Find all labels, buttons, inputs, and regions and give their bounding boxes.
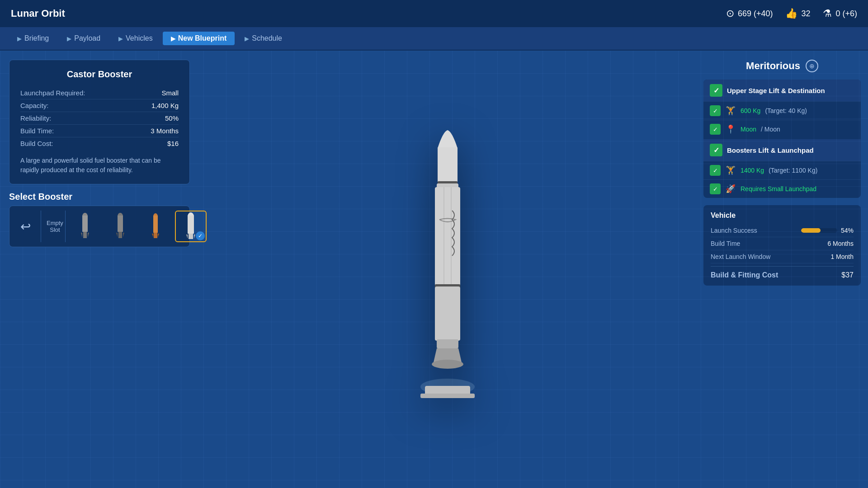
nav-arrow-new-blueprint: ▶ <box>171 35 175 42</box>
req-boosters-header: ✓ Boosters Lift & Launchpad <box>703 139 861 161</box>
svg-point-28 <box>432 360 463 369</box>
booster-option-4[interactable]: ✓ <box>175 211 207 242</box>
nav-arrow-vehicles: ▶ <box>118 35 123 42</box>
svg-marker-19 <box>194 235 195 239</box>
svg-marker-9 <box>123 233 124 237</box>
booster-selector: ↩ EmptySlot <box>9 206 190 247</box>
header: Lunar Orbit ⊙ 669 (+40) 👍 32 ⚗ 0 (+6) <box>0 0 868 27</box>
rocket-container <box>402 129 493 409</box>
credits-icon: ⊙ <box>726 8 734 19</box>
stat-reliability-value: 50% <box>165 114 179 122</box>
nav-item-briefing[interactable]: ▶ Briefing <box>9 32 57 45</box>
stat-capacity-value: 1,400 Kg <box>151 102 179 109</box>
req-launchpad-check: ✓ <box>710 183 721 194</box>
req-booster-lift-check: ✓ <box>710 165 721 176</box>
select-booster-title: Select Booster <box>9 192 190 202</box>
svg-rect-16 <box>188 216 194 234</box>
req-lift-check: ✓ <box>710 105 721 116</box>
svg-rect-6 <box>118 216 123 232</box>
credits-value: 669 (+40) <box>738 9 773 19</box>
req-lift-kg: ✓ 🏋 600 Kg (Target: 40 Kg) <box>703 101 861 120</box>
launch-window-label: Next Launch Window <box>711 253 770 260</box>
req-launchpad-icon: 🚀 <box>725 184 736 194</box>
nav-item-vehicles[interactable]: ▶ Vehicles <box>110 32 161 45</box>
req-launchpad: ✓ 🚀 Requires Small Launchpad <box>703 179 861 198</box>
svg-marker-3 <box>81 233 82 237</box>
nav-label-new-blueprint: New Blueprint <box>178 34 227 42</box>
selected-check-badge: ✓ <box>196 231 205 240</box>
research-icon: ⚗ <box>823 8 832 19</box>
booster-rocket-icon-3 <box>150 213 161 240</box>
svg-marker-14 <box>158 234 159 237</box>
stat-build-cost-value: $16 <box>167 140 179 147</box>
booster-rocket-icon-2 <box>115 213 126 240</box>
left-panel: Castor Booster Launchpad Required: Small… <box>0 51 199 488</box>
req-lift-sub: (Target: 40 Kg) <box>765 107 807 114</box>
stat-build-time: Build Time: 3 Months <box>20 125 179 137</box>
research-resource: ⚗ 0 (+6) <box>823 8 857 19</box>
right-panel: Meritorious ⊕ ✓ Upper Stage Lift & Desti… <box>696 51 868 488</box>
req-booster-lift-icon: 🏋 <box>725 165 736 175</box>
rocket-svg <box>402 129 493 409</box>
page-title: Lunar Orbit <box>11 8 65 19</box>
svg-rect-26 <box>435 286 460 341</box>
empty-slot-option[interactable]: EmptySlot <box>45 211 66 242</box>
select-booster-section: Select Booster ↩ EmptySlot <box>9 192 190 247</box>
svg-rect-1 <box>82 216 88 232</box>
build-fitting-cost-value: $37 <box>841 271 854 279</box>
booster-rocket-icon-1 <box>80 213 90 240</box>
empty-slot-label: EmptySlot <box>47 220 63 233</box>
booster-option-3[interactable] <box>140 211 171 242</box>
launch-success-fill <box>801 228 821 233</box>
booster-info-title: Castor Booster <box>20 69 179 80</box>
req-booster-lift-text: 1400 Kg <box>741 167 764 174</box>
booster-info-card: Castor Booster Launchpad Required: Small… <box>9 60 190 184</box>
booster-description: A large and powerful solid fuel booster … <box>20 156 179 175</box>
svg-rect-24 <box>435 187 460 286</box>
nav-arrow-schedule: ▶ <box>245 35 249 42</box>
req-upper-stage-check: ✓ <box>710 84 722 97</box>
vehicle-build-time-row: Build Time 6 Months <box>711 237 854 250</box>
vehicle-launch-success-row: Launch Success 54% <box>711 224 854 237</box>
vehicle-launch-window-row: Next Launch Window 1 Month <box>711 250 854 263</box>
launch-success-label: Launch Success <box>711 227 757 234</box>
req-launchpad-text: Requires Small Launchpad <box>741 185 816 192</box>
resources-bar: ⊙ 669 (+40) 👍 32 ⚗ 0 (+6) <box>726 8 857 19</box>
req-destination: ✓ 📍 Moon / Moon <box>703 120 861 138</box>
stat-build-cost: Build Cost: $16 <box>20 137 179 150</box>
stat-reliability-label: Reliability: <box>20 114 51 122</box>
center-rocket-view <box>199 51 696 488</box>
stat-launchpad-value: Small <box>161 89 179 97</box>
rep-icon: 👍 <box>785 8 797 19</box>
req-dest-check: ✓ <box>710 124 721 135</box>
stat-launchpad-label: Launchpad Required: <box>20 89 85 97</box>
stat-capacity: Capacity: 1,400 Kg <box>20 99 179 112</box>
launch-success-value: 54% <box>841 227 854 234</box>
req-upper-stage-header: ✓ Upper Stage Lift & Destination <box>703 80 861 101</box>
booster-back-button[interactable]: ↩ <box>14 211 41 242</box>
rating-info-icon[interactable]: ⊕ <box>806 60 818 72</box>
research-value: 0 (+6) <box>835 9 857 19</box>
svg-marker-13 <box>152 234 153 237</box>
svg-rect-7 <box>118 232 122 238</box>
req-boosters-check: ✓ <box>710 144 722 156</box>
booster-option-1[interactable] <box>69 211 101 242</box>
svg-marker-18 <box>186 235 188 239</box>
build-time-label: Build Time <box>711 240 740 247</box>
nav-item-payload[interactable]: ▶ Payload <box>59 32 108 45</box>
nav-label-payload: Payload <box>74 34 100 42</box>
nav-item-schedule[interactable]: ▶ Schedule <box>236 32 290 45</box>
requirements-section: ✓ Upper Stage Lift & Destination ✓ 🏋 600… <box>703 80 861 198</box>
nav-arrow-payload: ▶ <box>67 35 71 42</box>
req-dest-sub: / Moon <box>761 126 780 133</box>
req-dest-icon: 📍 <box>725 124 736 134</box>
stat-launchpad: Launchpad Required: Small <box>20 87 179 99</box>
nav-arrow-briefing: ▶ <box>17 35 22 42</box>
build-time-value: 6 Months <box>827 240 854 247</box>
booster-option-2[interactable] <box>104 211 136 242</box>
req-booster-lift: ✓ 🏋 1400 Kg (Target: 1100 Kg) <box>703 161 861 179</box>
rep-value: 32 <box>801 9 810 19</box>
svg-rect-27 <box>437 339 458 348</box>
main-content: Castor Booster Launchpad Required: Small… <box>0 51 868 488</box>
nav-item-new-blueprint[interactable]: ▶ New Blueprint <box>163 32 235 45</box>
